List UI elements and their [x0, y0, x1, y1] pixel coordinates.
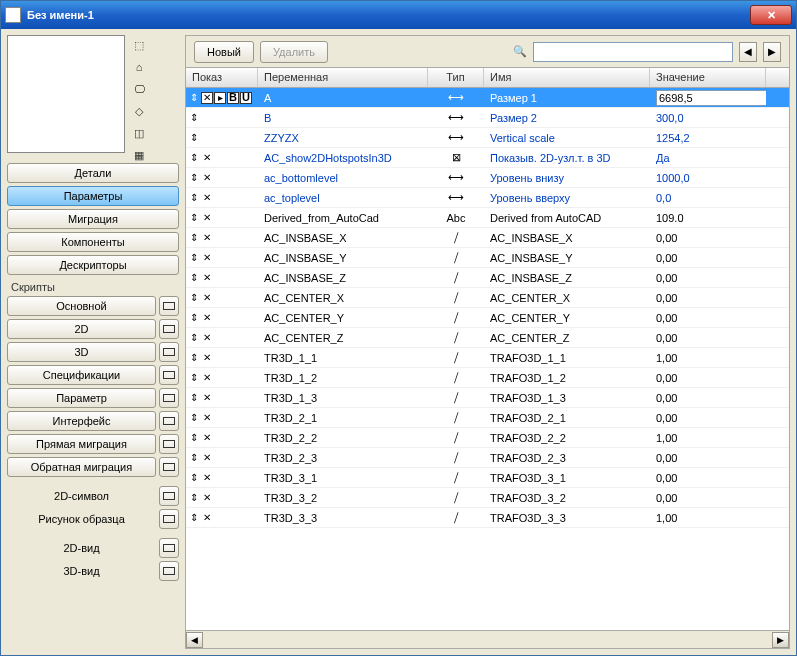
script-interface-button[interactable]: Интерфейс: [7, 411, 156, 431]
cell-type-icon[interactable]: ⧸: [428, 411, 484, 424]
script-3d-aux[interactable]: [159, 342, 179, 362]
script-back-aux[interactable]: [159, 457, 179, 477]
table-row[interactable]: ⇕✕TR3D_1_2⧸TRAFO3D_1_20,00: [186, 368, 789, 388]
cell-type-icon[interactable]: ⧸: [428, 451, 484, 464]
search-input[interactable]: [533, 42, 733, 62]
table-row[interactable]: ⇕✕AC_CENTER_X⧸AC_CENTER_X0,00: [186, 288, 789, 308]
details-button[interactable]: Детали: [7, 163, 179, 183]
cell-pokaz[interactable]: ⇕✕: [186, 292, 258, 304]
col-name[interactable]: Имя: [484, 68, 650, 87]
cell-type-icon[interactable]: ⟷: [428, 111, 484, 124]
cell-pokaz[interactable]: ⇕✕: [186, 172, 258, 184]
cell-pokaz[interactable]: ⇕✕: [186, 212, 258, 224]
table-row[interactable]: ⇕✕ac_toplevel⟷Уровень вверху0,0: [186, 188, 789, 208]
descriptors-button[interactable]: Дескрипторы: [7, 255, 179, 275]
cell-pokaz[interactable]: ⇕✕: [186, 492, 258, 504]
table-row[interactable]: ⇕✕ac_bottomlevel⟷Уровень внизу1000,0: [186, 168, 789, 188]
table-row[interactable]: ⇕✕AC_show2DHotspotsIn3D⊠Показыв. 2D-узл.…: [186, 148, 789, 168]
cell-type-icon[interactable]: ⧸: [428, 391, 484, 404]
cell-pokaz[interactable]: ⇕: [186, 112, 258, 124]
script-back-migration-button[interactable]: Обратная миграция: [7, 457, 156, 477]
table-row[interactable]: ⇕✕TR3D_3_1⧸TRAFO3D_3_10,00: [186, 468, 789, 488]
cell-pokaz[interactable]: ⇕✕: [186, 152, 258, 164]
col-value[interactable]: Значение: [650, 68, 766, 87]
film-tool-icon[interactable]: ▦: [131, 147, 147, 163]
col-pokaz[interactable]: Показ: [186, 68, 258, 87]
script-2d-aux[interactable]: [159, 319, 179, 339]
new-button[interactable]: Новый: [194, 41, 254, 63]
components-button[interactable]: Компоненты: [7, 232, 179, 252]
titlebar[interactable]: Без имени-1 ✕: [1, 1, 796, 29]
script-interface-aux[interactable]: [159, 411, 179, 431]
table-row[interactable]: ⇕ZZYZX⟷Vertical scale1254,2: [186, 128, 789, 148]
cell-pokaz[interactable]: ⇕✕: [186, 372, 258, 384]
col-variable[interactable]: Переменная: [258, 68, 428, 87]
cell-type-icon[interactable]: ⧸: [428, 291, 484, 304]
cell-type-icon[interactable]: ⧸: [428, 231, 484, 244]
cell-pokaz[interactable]: ⇕✕: [186, 232, 258, 244]
table-row[interactable]: ⇕✕TR3D_1_1⧸TRAFO3D_1_11,00: [186, 348, 789, 368]
cell-pokaz[interactable]: ⇕✕: [186, 332, 258, 344]
cell-type-icon[interactable]: ⟷: [428, 171, 484, 184]
table-row[interactable]: ⇕✕Derived_from_AutoCadAbcDerived from Au…: [186, 208, 789, 228]
cell-type-icon[interactable]: Abc: [428, 212, 484, 224]
script-specs-button[interactable]: Спецификации: [7, 365, 156, 385]
table-row[interactable]: ⇕✕TR3D_1_3⧸TRAFO3D_1_30,00: [186, 388, 789, 408]
nav-prev-button[interactable]: ◀: [739, 42, 757, 62]
scroll-left-button[interactable]: ◀: [186, 632, 203, 648]
script-param-aux[interactable]: [159, 388, 179, 408]
cell-type-icon[interactable]: ⧸: [428, 371, 484, 384]
cell-type-icon[interactable]: ⧸: [428, 431, 484, 444]
cell-type-icon[interactable]: ⧸: [428, 491, 484, 504]
cell-type-icon[interactable]: ⧸: [428, 271, 484, 284]
table-row[interactable]: ⇕✕TR3D_3_3⧸TRAFO3D_3_31,00: [186, 508, 789, 528]
table-row[interactable]: ⇕✕TR3D_2_1⧸TRAFO3D_2_10,00: [186, 408, 789, 428]
table-row[interactable]: ⇕✕AC_CENTER_Y⧸AC_CENTER_Y0,00: [186, 308, 789, 328]
cell-type-icon[interactable]: ⧸: [428, 331, 484, 344]
migration-button[interactable]: Миграция: [7, 209, 179, 229]
screen-tool-icon[interactable]: ⌂: [131, 59, 147, 75]
table-row[interactable]: ⇕✕AC_INSBASE_Z⧸AC_INSBASE_Z0,00: [186, 268, 789, 288]
script-main-aux[interactable]: [159, 296, 179, 316]
table-row[interactable]: ⇕✕AC_INSBASE_X⧸AC_INSBASE_X0,00: [186, 228, 789, 248]
cell-type-icon[interactable]: ⧸: [428, 311, 484, 324]
parameters-table[interactable]: Показ Переменная Тип Имя Значение ⇕✕▸BUA…: [186, 68, 789, 630]
cell-pokaz[interactable]: ⇕✕: [186, 452, 258, 464]
close-button[interactable]: ✕: [750, 5, 792, 25]
script-2d-button[interactable]: 2D: [7, 319, 156, 339]
table-row[interactable]: ⇕B⟷Размер 2300,0: [186, 108, 789, 128]
script-param-button[interactable]: Параметр: [7, 388, 156, 408]
arrow-tool-icon[interactable]: ⬚: [131, 37, 147, 53]
cell-type-icon[interactable]: ⧸: [428, 471, 484, 484]
cell-pokaz[interactable]: ⇕✕: [186, 352, 258, 364]
table-row[interactable]: ⇕✕AC_INSBASE_Y⧸AC_INSBASE_Y0,00: [186, 248, 789, 268]
cell-pokaz[interactable]: ⇕✕: [186, 192, 258, 204]
table-row[interactable]: ⇕✕▸BUA⟷Размер 1: [186, 88, 789, 108]
view-2d-aux[interactable]: [159, 538, 179, 558]
cell-type-icon[interactable]: ⧸: [428, 251, 484, 264]
cell-pokaz[interactable]: ⇕✕: [186, 272, 258, 284]
cell-pokaz[interactable]: ⇕✕: [186, 412, 258, 424]
cell-pokaz[interactable]: ⇕: [186, 132, 258, 144]
cell-type-icon[interactable]: ⟷: [428, 91, 484, 104]
view-3d-aux[interactable]: [159, 561, 179, 581]
nav-next-button[interactable]: ▶: [763, 42, 781, 62]
cell-pokaz[interactable]: ⇕✕: [186, 512, 258, 524]
value-input[interactable]: [656, 90, 766, 106]
script-fwd-migration-button[interactable]: Прямая миграция: [7, 434, 156, 454]
col-type[interactable]: Тип: [428, 68, 484, 87]
cell-pokaz[interactable]: ⇕✕: [186, 392, 258, 404]
symbol-2d-aux[interactable]: [159, 486, 179, 506]
cell-pokaz[interactable]: ⇕✕: [186, 252, 258, 264]
horizontal-scrollbar[interactable]: ◀ ▶: [186, 630, 789, 648]
cell-type-icon[interactable]: ⊠: [428, 151, 484, 164]
script-main-button[interactable]: Основной: [7, 296, 156, 316]
cell-type-icon[interactable]: ⧸: [428, 511, 484, 524]
table-row[interactable]: ⇕✕AC_CENTER_Z⧸AC_CENTER_Z0,00: [186, 328, 789, 348]
parameters-button[interactable]: Параметры: [7, 186, 179, 206]
table-row[interactable]: ⇕✕TR3D_2_2⧸TRAFO3D_2_21,00: [186, 428, 789, 448]
cell-pokaz[interactable]: ⇕✕: [186, 472, 258, 484]
script-3d-button[interactable]: 3D: [7, 342, 156, 362]
cell-pokaz[interactable]: ⇕✕: [186, 432, 258, 444]
cell-type-icon[interactable]: ⟷: [428, 131, 484, 144]
